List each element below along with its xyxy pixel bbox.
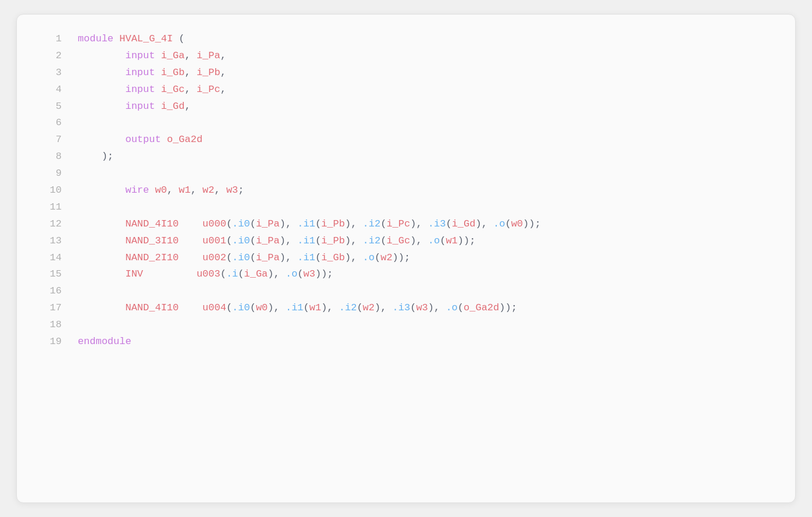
line-code: wire w0, w1, w2, w3; <box>78 182 774 199</box>
line-code: ); <box>78 148 774 165</box>
table-row: 14 NAND_2I10 u002(.i0(i_Pa), .i1(i_Gb), … <box>29 250 774 267</box>
code-token: w3 <box>416 302 428 313</box>
line-number: 2 <box>29 48 78 65</box>
code-token: .o <box>428 235 440 246</box>
code-token: u001 <box>202 235 226 246</box>
code-token: , <box>184 67 196 78</box>
code-token <box>179 218 202 229</box>
line-number: 19 <box>29 334 78 350</box>
code-token: ( <box>315 218 321 229</box>
code-token: ), <box>410 218 428 229</box>
code-token: ( <box>505 218 511 229</box>
code-token: ; <box>238 185 244 196</box>
code-token <box>155 50 161 61</box>
code-token: input <box>78 50 155 61</box>
code-token: i_Pb <box>197 67 220 78</box>
line-code <box>78 283 774 300</box>
code-token: i_Pa <box>256 235 280 246</box>
code-token: i_Gb <box>321 252 345 263</box>
line-code: NAND_3I10 u001(.i0(i_Pa), .i1(i_Pb), .i2… <box>78 233 774 250</box>
code-token: u003 <box>197 268 220 279</box>
table-row: 3 input i_Gb, i_Pb, <box>29 65 774 82</box>
code-token <box>155 67 161 78</box>
line-number: 8 <box>29 148 78 165</box>
code-token: i_Pa <box>256 218 280 229</box>
code-token: endmodule <box>78 336 131 347</box>
code-token: w2 <box>363 302 375 313</box>
code-token: .i3 <box>393 302 411 313</box>
code-token: ( <box>250 252 256 263</box>
line-number: 18 <box>29 317 78 334</box>
code-token: ( <box>375 252 380 263</box>
code-token: i_Gc <box>161 84 185 95</box>
code-token: ( <box>238 268 244 279</box>
table-row: 16 <box>29 283 774 300</box>
table-row: 18 <box>29 317 774 334</box>
code-token: i_Pb <box>321 235 345 246</box>
table-row: 17 NAND_4I10 u004(.i0(w0), .i1(w1), .i2(… <box>29 300 774 317</box>
code-token: ), <box>375 302 393 313</box>
line-code: module HVAL_G_4I ( <box>78 31 774 48</box>
code-token: w3 <box>304 268 315 279</box>
code-token: w1 <box>309 302 321 313</box>
code-token: i_Pa <box>197 50 220 61</box>
code-token: ( <box>357 302 362 313</box>
code-token: ), <box>321 302 339 313</box>
code-token: ), <box>280 218 298 229</box>
code-token: .i1 <box>297 252 315 263</box>
code-token: o_Ga2d <box>167 134 202 145</box>
code-token <box>161 134 167 145</box>
line-code <box>78 199 774 216</box>
line-number: 1 <box>29 31 78 48</box>
code-token: ), <box>345 252 363 263</box>
table-row: 11 <box>29 199 774 216</box>
line-code: NAND_2I10 u002(.i0(i_Pa), .i1(i_Gb), .o(… <box>78 250 774 267</box>
code-token: w0 <box>256 302 268 313</box>
code-token: ), <box>280 252 298 263</box>
code-token: ( <box>440 235 446 246</box>
code-token: input <box>78 84 155 95</box>
code-token: input <box>78 101 155 112</box>
table-row: 12 NAND_4I10 u000(.i0(i_Pa), .i1(i_Pb), … <box>29 216 774 233</box>
code-token: u000 <box>202 218 226 229</box>
table-row: 8 ); <box>29 148 774 165</box>
code-token: ( <box>315 252 321 263</box>
line-number: 11 <box>29 199 78 216</box>
line-code: NAND_4I10 u000(.i0(i_Pa), .i1(i_Pb), .i2… <box>78 216 774 233</box>
code-token: NAND_4I10 <box>78 218 179 229</box>
code-token <box>179 302 202 313</box>
code-token: i_Pc <box>386 218 410 229</box>
table-row: 2 input i_Ga, i_Pa, <box>29 48 774 65</box>
line-number: 9 <box>29 165 78 182</box>
code-token: w2 <box>202 185 214 196</box>
line-number: 3 <box>29 65 78 82</box>
code-token: ), <box>280 235 298 246</box>
code-token: ( <box>380 235 386 246</box>
code-token: , <box>184 84 196 95</box>
code-token: ), <box>475 218 493 229</box>
line-code: input i_Gc, i_Pc, <box>78 82 774 98</box>
line-number: 5 <box>29 98 78 115</box>
line-number: 13 <box>29 233 78 250</box>
code-token: input <box>78 67 155 78</box>
code-token <box>143 268 197 279</box>
table-row: 9 <box>29 165 774 182</box>
code-token: NAND_4I10 <box>78 302 179 313</box>
code-token: ( <box>315 235 321 246</box>
code-token: NAND_2I10 <box>78 252 179 263</box>
code-token: .i0 <box>232 218 250 229</box>
line-code <box>78 165 774 182</box>
code-token: u004 <box>202 302 226 313</box>
table-row: 1module HVAL_G_4I ( <box>29 31 774 48</box>
table-row: 6 <box>29 115 774 132</box>
code-token: , <box>220 67 226 78</box>
code-token <box>179 235 202 246</box>
code-token: ), <box>345 218 363 229</box>
line-number: 15 <box>29 266 78 283</box>
code-token <box>155 101 161 112</box>
code-token: o_Ga2d <box>464 302 499 313</box>
line-code <box>78 115 774 132</box>
line-number: 10 <box>29 182 78 199</box>
table-row: 4 input i_Gc, i_Pc, <box>29 82 774 98</box>
code-token <box>179 252 202 263</box>
